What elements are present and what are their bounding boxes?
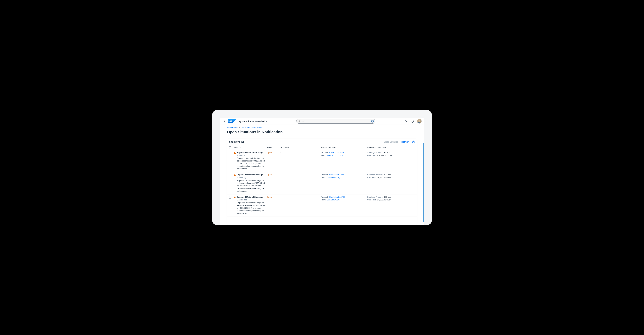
breadcrumb-sep: / (239, 126, 240, 128)
user-avatar[interactable] (417, 119, 422, 124)
chevron-right-icon (413, 160, 415, 162)
situation-description: Expected material shortage for sales ord… (237, 179, 265, 192)
costrisk-label: Cost Risk: (367, 199, 376, 201)
copilot-button[interactable] (404, 119, 408, 123)
status-value: Open (267, 152, 272, 154)
product-label: Product: (321, 174, 328, 176)
plant-label: Plant: (321, 176, 326, 179)
breadcrumb-item-0[interactable]: My Situations (227, 126, 238, 128)
col-sales-order-item[interactable]: Sales Order Item (321, 146, 367, 148)
situation-title: Expected Material Shortage (237, 152, 265, 154)
costrisk-value: 210,244.00 USD (377, 154, 392, 156)
costrisk-value: 94,080.00 USD (377, 199, 391, 201)
situation-title: Expected Material Shortage (237, 174, 265, 176)
product-link[interactable]: Automotive Parts (329, 152, 344, 154)
table-row[interactable]: Expected Material Shortage 2 hours ago E… (227, 194, 417, 217)
close-situation-button[interactable]: Close Situation (384, 141, 398, 143)
toolbar-actions: Close Situation Refresh (384, 140, 415, 143)
svg-rect-11 (234, 197, 235, 198)
search-field[interactable] (296, 119, 375, 124)
col-processor[interactable]: Processor (280, 146, 321, 148)
situation-description: Expected material shortage for sales ord… (237, 157, 265, 170)
situation-title: Expected Material Shortage (237, 196, 265, 198)
col-situation[interactable]: Situation (234, 146, 267, 148)
svg-rect-10 (234, 176, 235, 176)
situation-time: 2 hours ago (237, 154, 265, 156)
shortage-value: 100 pcs (384, 196, 391, 198)
shortage-label: Shortage Amount: (367, 174, 383, 176)
table-toolbar: Situations (3) Close Situation Refresh (227, 139, 417, 145)
breadcrumb: My Situations / Delivery Blocks for Sale… (227, 126, 417, 128)
table-row[interactable]: Expected Material Shortage 2 hours ago E… (227, 172, 417, 194)
svg-text:SAP: SAP (228, 120, 232, 122)
costrisk-label: Cost Risk: (367, 176, 376, 179)
app-window: SAP My Situations - Extended (212, 110, 432, 225)
svg-point-3 (405, 120, 407, 122)
table-row[interactable]: Expected Material Shortage 2 hours ago E… (227, 150, 417, 172)
status-value: Open (267, 196, 272, 198)
col-status[interactable]: Status (267, 146, 280, 148)
warning-icon (234, 174, 236, 192)
bell-icon (411, 120, 414, 123)
row-checkbox[interactable] (229, 174, 232, 176)
product-link[interactable]: Crankshaft Z9X42 (329, 174, 345, 176)
svg-point-4 (406, 121, 407, 122)
situation-description: Expected material shortage for sales ord… (237, 202, 265, 215)
plant-link[interactable]: Canada (4710) (327, 199, 340, 201)
processor-value: - (280, 174, 281, 176)
col-additional-info[interactable]: Additional Information (367, 146, 411, 148)
refresh-button[interactable]: Refresh (402, 141, 409, 143)
product-switcher[interactable]: My Situations - Extended (238, 120, 268, 122)
plant-label: Plant: (321, 154, 326, 156)
status-value: Open (267, 174, 272, 176)
svg-rect-12 (234, 198, 235, 198)
product-label: Product: (321, 196, 328, 198)
svg-point-6 (413, 142, 414, 142)
product-title: My Situations - Extended (238, 120, 264, 122)
plant-link[interactable]: Canada (4710) (327, 176, 340, 179)
plant-label: Plant: (321, 199, 326, 201)
costrisk-label: Cost Risk: (367, 154, 376, 156)
situations-table-card: Situations (3) Close Situation Refresh (227, 139, 417, 225)
shortage-label: Shortage Amount: (367, 196, 383, 198)
scrollbar[interactable] (423, 143, 424, 222)
content: Situations (3) Close Situation Refresh (220, 137, 424, 225)
processor-value: - (280, 196, 281, 198)
notifications-button[interactable] (410, 119, 415, 123)
search-input[interactable] (298, 120, 371, 122)
svg-rect-8 (234, 153, 235, 154)
page-header: My Situations / Delivery Blocks for Sale… (220, 124, 424, 137)
row-nav-button[interactable] (411, 174, 417, 192)
warning-icon (234, 196, 236, 215)
chevron-left-icon (223, 120, 226, 122)
breadcrumb-item-1[interactable]: Delivery Blocks for Sales (241, 126, 262, 128)
gear-icon (412, 140, 415, 143)
situation-time: 2 hours ago (237, 176, 265, 179)
costrisk-value: 76,620.00 USD (377, 176, 391, 179)
shortage-value: 100 pcs (384, 174, 391, 176)
row-nav-button[interactable] (411, 152, 417, 170)
row-checkbox[interactable] (229, 196, 232, 198)
svg-rect-7 (234, 152, 235, 153)
back-button[interactable] (222, 119, 226, 123)
avatar-figure-icon (417, 119, 422, 124)
plant-link[interactable]: Plant 1 US (1710) (327, 154, 343, 156)
select-all-checkbox[interactable] (229, 146, 232, 149)
table-settings-button[interactable] (412, 140, 415, 143)
product-label: Product: (321, 152, 328, 154)
shellbar-right (404, 119, 422, 124)
product-link[interactable]: Crankshaft A5T09 (329, 196, 345, 198)
page-title: Open Situations in Notification (227, 130, 417, 134)
copilot-icon (405, 120, 408, 123)
row-nav-button[interactable] (411, 196, 417, 215)
shellbar-center (269, 119, 402, 124)
row-checkbox[interactable] (229, 152, 232, 154)
table-header: Situation Status Processor Sales Order I… (227, 145, 417, 150)
situation-time: 2 hours ago (237, 199, 265, 201)
shortage-label: Shortage Amount: (367, 152, 383, 154)
warning-icon (234, 152, 236, 170)
globe-icon[interactable] (371, 120, 374, 123)
shellbar-left: SAP My Situations - Extended (222, 119, 268, 124)
chevron-right-icon (413, 182, 415, 184)
chevron-right-icon (413, 204, 415, 206)
